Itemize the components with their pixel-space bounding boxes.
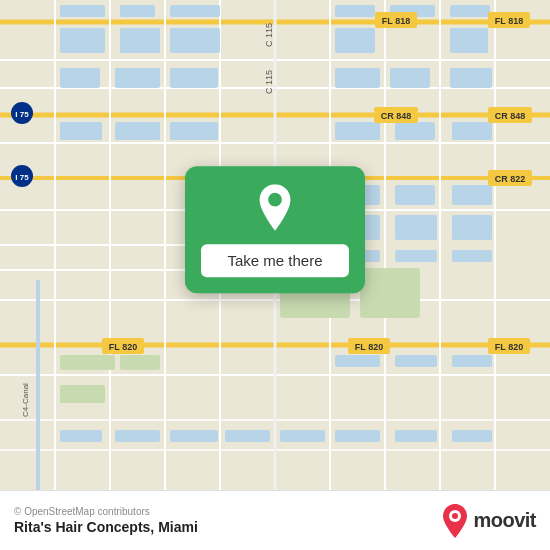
svg-text:I 75: I 75: [15, 110, 29, 119]
svg-rect-34: [170, 28, 220, 53]
svg-rect-36: [450, 28, 488, 53]
svg-rect-64: [395, 355, 437, 367]
svg-rect-71: [335, 430, 380, 442]
svg-rect-66: [60, 430, 102, 442]
svg-text:FL 820: FL 820: [355, 342, 383, 352]
map-container: FL 818 FL 818 CR 848 CR 848 CR 822 I 75 …: [0, 0, 550, 490]
svg-text:FL 820: FL 820: [109, 342, 137, 352]
svg-rect-73: [452, 430, 492, 442]
svg-rect-68: [170, 430, 218, 442]
svg-rect-63: [335, 355, 380, 367]
svg-rect-31: [450, 5, 490, 17]
moovit-logo: moovit: [441, 504, 536, 538]
svg-rect-52: [120, 355, 160, 370]
svg-rect-62: [452, 250, 492, 262]
svg-rect-67: [115, 430, 160, 442]
svg-rect-43: [60, 122, 102, 140]
location-card: Take me there: [185, 166, 365, 293]
svg-rect-53: [60, 385, 105, 403]
location-name: Rita's Hair Concepts, Miami: [14, 519, 198, 535]
svg-rect-65: [452, 355, 492, 367]
svg-rect-72: [395, 430, 437, 442]
svg-rect-48: [452, 122, 492, 140]
svg-text:FL 818: FL 818: [382, 16, 410, 26]
svg-rect-26: [60, 5, 105, 17]
svg-rect-32: [60, 28, 105, 53]
svg-rect-61: [395, 250, 437, 262]
svg-rect-37: [60, 68, 100, 88]
bottom-left: © OpenStreetMap contributors Rita's Hair…: [14, 506, 198, 535]
svg-rect-38: [115, 68, 160, 88]
svg-rect-50: [360, 268, 420, 318]
moovit-text: moovit: [473, 509, 536, 532]
svg-text:C 115: C 115: [264, 23, 274, 47]
svg-rect-33: [120, 28, 160, 53]
svg-text:FL 818: FL 818: [495, 16, 523, 26]
svg-rect-69: [225, 430, 270, 442]
svg-rect-59: [452, 215, 492, 240]
svg-rect-46: [335, 122, 380, 140]
svg-rect-56: [452, 185, 492, 205]
svg-rect-40: [335, 68, 380, 88]
svg-point-101: [452, 513, 458, 519]
svg-text:C 115: C 115: [264, 70, 274, 94]
svg-rect-41: [390, 68, 430, 88]
location-pin-icon: [251, 184, 299, 232]
svg-rect-51: [60, 355, 115, 370]
svg-text:CR 822: CR 822: [495, 174, 526, 184]
take-me-there-button[interactable]: Take me there: [201, 244, 349, 277]
attribution-text: © OpenStreetMap contributors: [14, 506, 198, 517]
svg-text:CR 848: CR 848: [495, 111, 526, 121]
svg-rect-27: [120, 5, 155, 17]
svg-text:I 75: I 75: [15, 173, 29, 182]
svg-text:C4-Canal: C4-Canal: [21, 383, 30, 417]
svg-rect-58: [395, 215, 437, 240]
svg-rect-47: [395, 122, 435, 140]
svg-rect-45: [170, 122, 218, 140]
svg-text:FL 820: FL 820: [495, 342, 523, 352]
svg-rect-44: [115, 122, 160, 140]
svg-point-99: [268, 193, 282, 207]
svg-rect-42: [450, 68, 492, 88]
svg-text:CR 848: CR 848: [381, 111, 412, 121]
svg-rect-70: [280, 430, 325, 442]
svg-rect-39: [170, 68, 218, 88]
bottom-bar: © OpenStreetMap contributors Rita's Hair…: [0, 490, 550, 550]
svg-rect-55: [395, 185, 435, 205]
moovit-pin-icon: [441, 504, 469, 538]
svg-rect-29: [335, 5, 375, 17]
svg-rect-28: [170, 5, 220, 17]
svg-rect-35: [335, 28, 375, 53]
